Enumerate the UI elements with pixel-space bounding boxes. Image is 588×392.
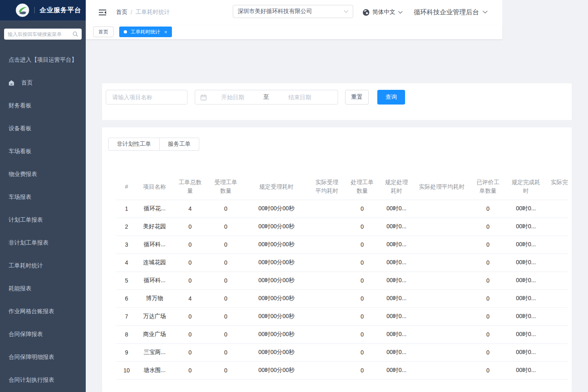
company-select[interactable]: 深圳市美好循环科技有限公司 — [233, 5, 353, 18]
tab-unplanned-work-orders[interactable]: 非计划性工单 — [108, 138, 160, 151]
sidebar-item-label: 车场报表 — [9, 194, 31, 201]
content-panel: 非计划性工单 服务工单 #项目名称工单总数量受理工单数量规定受理耗时实际受理平均… — [102, 127, 572, 392]
sidebar-item-12[interactable]: 合同保障报表 — [0, 323, 86, 346]
table-cell: 0 — [345, 200, 380, 218]
table-cell: 塘水围... — [137, 361, 172, 379]
sidebar-item-1[interactable]: 首页 — [0, 71, 86, 94]
close-icon[interactable]: × — [164, 29, 167, 35]
sidebar-item-7[interactable]: 计划工单报表 — [0, 209, 86, 232]
sidebar-item-4[interactable]: 车场看板 — [0, 140, 86, 163]
table-cell: 0 — [470, 325, 506, 343]
table-row-1: 2美好花园0000时00分00秒000时0...000时0... — [116, 218, 568, 236]
table-cell — [546, 343, 568, 361]
table-cell: 0 — [345, 236, 380, 254]
sidebar-item-6[interactable]: 车场报表 — [0, 186, 86, 209]
table-cell: 0 — [345, 343, 380, 361]
tag-active[interactable]: 工单耗时统计 × — [119, 27, 172, 37]
table-cell: 商业广场 — [137, 325, 172, 343]
menu-fold-icon[interactable] — [99, 9, 106, 16]
table-cell — [413, 325, 470, 343]
table-cell: 0 — [172, 361, 208, 379]
date-range-picker[interactable]: 至 — [195, 90, 338, 105]
active-dot-icon — [124, 30, 127, 33]
sidebar-item-2[interactable]: 财务看板 — [0, 94, 86, 117]
table-cell — [309, 218, 345, 236]
table-column-header-5: 实际受理平均耗时 — [309, 174, 345, 200]
project-name-input[interactable] — [106, 90, 187, 105]
sidebar-item-13[interactable]: 合同保障明细报表 — [0, 346, 86, 369]
table-cell: 0 — [208, 254, 244, 272]
table-column-header-11: 实际完成平均耗时 — [546, 174, 568, 200]
table-cell: 0 — [345, 307, 380, 325]
tab-service-work-orders[interactable]: 服务工单 — [160, 138, 199, 151]
tag-home[interactable]: 首页 — [93, 27, 114, 37]
table-cell: 00时0... — [506, 200, 546, 218]
table-cell — [413, 361, 470, 379]
start-date-input[interactable] — [207, 94, 259, 100]
sidebar-item-14[interactable]: 合同计划执行报表 — [0, 369, 86, 392]
sidebar: 企业服务平台 点击进入【项目运营平台】首页财务看板设备看板车场看板物业费报表车场… — [0, 0, 86, 392]
chevron-down-icon — [398, 11, 403, 14]
table-column-header-1: 项目名称 — [137, 174, 172, 200]
table-cell — [413, 272, 470, 290]
table-cell: 循环科... — [137, 236, 172, 254]
table-cell — [309, 272, 345, 290]
sidebar-item-9[interactable]: 工单耗时统计 — [0, 254, 86, 277]
table-cell: 0 — [172, 218, 208, 236]
language-switcher[interactable]: 简体中文 — [363, 0, 403, 24]
sidebar-item-5[interactable]: 物业费报表 — [0, 163, 86, 186]
sidebar-item-label: 车场看板 — [9, 148, 31, 155]
table-cell: 0 — [345, 254, 380, 272]
table-cell: 00时0... — [506, 307, 546, 325]
table-cell — [546, 272, 568, 290]
table-cell: 5 — [116, 272, 137, 290]
table-cell: 循环科... — [137, 272, 172, 290]
breadcrumb-separator: / — [131, 9, 132, 16]
table-cell: 0 — [470, 307, 506, 325]
sidebar-search-input[interactable] — [8, 31, 73, 37]
table-cell: 0 — [208, 272, 244, 290]
table-cell — [546, 254, 568, 272]
table-cell: 00时00分00秒 — [244, 361, 309, 379]
table-cell: 0 — [172, 325, 208, 343]
sidebar-item-label: 点击进入【项目运营平台】 — [9, 56, 77, 64]
table-cell — [546, 361, 568, 379]
query-button[interactable]: 查询 — [377, 90, 405, 105]
breadcrumb-current: 工单耗时统计 — [136, 9, 170, 16]
reset-button[interactable]: 重置 — [345, 90, 369, 105]
table-row-4: 5循环科...0000时00分00秒000时0...000时0... — [116, 272, 568, 290]
table-cell — [546, 236, 568, 254]
breadcrumb-home[interactable]: 首页 — [116, 9, 127, 16]
table-cell: 0 — [208, 236, 244, 254]
table-cell: 0 — [345, 272, 380, 290]
table-row-3: 4连城花园0000时00分00秒000时0...000时0... — [116, 254, 568, 272]
table-cell: 0 — [470, 272, 506, 290]
table-cell: 美好花园 — [137, 218, 172, 236]
sidebar-item-10[interactable]: 耗能报表 — [0, 277, 86, 300]
table-cell: 10 — [116, 361, 137, 379]
sidebar-item-8[interactable]: 非计划工单报表 — [0, 232, 86, 254]
home-icon — [9, 80, 14, 86]
table-cell: 9 — [116, 343, 137, 361]
sidebar-search[interactable] — [4, 29, 82, 40]
admin-dropdown[interactable]: 循环科技企业管理后台 — [414, 0, 488, 24]
table-cell: 0 — [345, 290, 380, 307]
work-order-stats-table: #项目名称工单总数量受理工单数量规定受理耗时实际受理平均耗时处理工单数量规定处理… — [116, 174, 568, 380]
table-cell: 00时0... — [506, 361, 546, 379]
table-cell: 00时0... — [380, 254, 413, 272]
sidebar-item-label: 作业网格台账报表 — [9, 308, 54, 315]
sidebar-item-label: 工单耗时统计 — [9, 262, 43, 270]
table-body: 1循环花...4000时00分00秒000时0...000时0...2美好花园0… — [116, 200, 568, 379]
sidebar-item-0[interactable]: 点击进入【项目运营平台】 — [0, 49, 86, 71]
sidebar-menu: 点击进入【项目运营平台】首页财务看板设备看板车场看板物业费报表车场报表计划工单报… — [0, 49, 86, 392]
table-cell — [309, 307, 345, 325]
app-logo-icon — [16, 3, 29, 17]
table-header-row: #项目名称工单总数量受理工单数量规定受理耗时实际受理平均耗时处理工单数量规定处理… — [116, 174, 568, 200]
table-cell: 7 — [116, 307, 137, 325]
sidebar-item-3[interactable]: 设备看板 — [0, 117, 86, 140]
table-cell: 0 — [208, 290, 244, 307]
table-cell: 00时00分00秒 — [244, 200, 309, 218]
sidebar-item-11[interactable]: 作业网格台账报表 — [0, 300, 86, 323]
table-cell: 00时0... — [380, 200, 413, 218]
end-date-input[interactable] — [274, 94, 326, 100]
